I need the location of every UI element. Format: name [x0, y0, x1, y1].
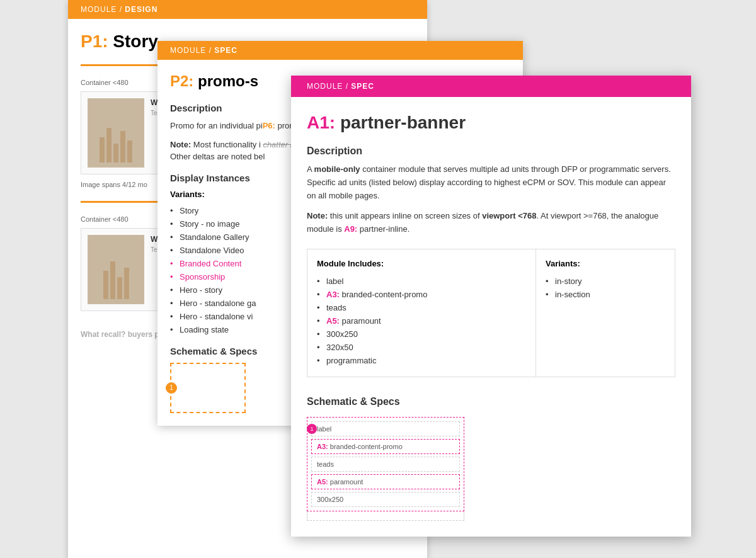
a1-variants-list: in-story in-section — [546, 275, 665, 301]
p1-module-label: MODULE / — [81, 5, 125, 14]
a1-includes-heading: Module Includes: — [317, 259, 526, 268]
includes-320x50: 320x50 — [317, 341, 526, 354]
a1-two-col: Module Includes: label A3: branded-conte… — [307, 249, 675, 377]
p2-module-label: MODULE / — [170, 46, 214, 55]
schematic-a5-prefix: A5: — [317, 478, 328, 486]
includes-a5: A5: paramount — [317, 314, 526, 327]
includes-300x250: 300x250 — [317, 327, 526, 341]
a1-title-prefix: A1: — [307, 113, 335, 132]
variant-in-story: in-story — [546, 275, 665, 288]
a1-title-text: partner-banner — [335, 113, 466, 132]
a1-note: Note: this unit appears inline on screen… — [307, 210, 675, 236]
p1-title-prefix: P1: — [81, 31, 108, 51]
panel-a1: MODULE / SPEC A1: partner-banner Descrip… — [291, 76, 691, 537]
a1-schematic-section: Schematic & Specs 1 label A3: branded-co… — [307, 390, 675, 521]
p1-title-text: Story — [108, 31, 158, 51]
schematic-row-a3: A3: branded-content-promo — [311, 439, 460, 454]
p2-title-text: promo-s — [193, 72, 258, 89]
schematic-row-300x250: 300x250 — [311, 492, 460, 507]
a1-desc-text: A mobile-only container module that serv… — [307, 163, 675, 202]
a1-title: A1: partner-banner — [307, 113, 675, 133]
p1-story-thumb-1 — [88, 98, 144, 168]
schematic-a3-prefix: A3: — [317, 443, 328, 450]
p1-module-header: MODULE / DESIGN — [68, 0, 427, 19]
schematic-row-teads: teads — [311, 457, 460, 472]
a1-schematic-diagram: 1 label A3: branded-content-promo teads … — [307, 417, 464, 521]
p2-schematic-dot: 1 — [166, 382, 177, 394]
a1-module-header: MODULE / SPEC — [291, 76, 691, 97]
p2-title-prefix: P2: — [170, 72, 193, 89]
schematic-continuation — [307, 511, 464, 521]
a1-module-label: MODULE / — [307, 82, 351, 91]
p2-note-normal: Most functionality i — [191, 140, 261, 149]
schematic-row-a5: A5: paramount — [311, 474, 460, 489]
includes-programmatic: programmatic — [317, 354, 526, 367]
p2-module-type: SPEC — [214, 46, 238, 55]
variant-in-section: in-section — [546, 288, 665, 301]
p2-module-header: MODULE / SPEC — [158, 41, 523, 60]
p1-module-type: DESIGN — [125, 5, 158, 14]
a1-variants-heading: Variants: — [546, 259, 665, 268]
includes-teads: teads — [317, 301, 526, 314]
a1-variants: Variants: in-story in-section — [536, 249, 675, 377]
includes-label: label — [317, 275, 526, 288]
a1-module-type: SPEC — [351, 82, 374, 91]
schematic-num-1: 1 — [307, 424, 317, 434]
schematic-row-label: 1 label — [311, 421, 460, 436]
p2-schematic-placeholder: 1 — [170, 363, 246, 413]
a1-desc-heading: Description — [307, 145, 675, 157]
a1-module-includes: Module Includes: label A3: branded-conte… — [307, 249, 536, 377]
a1-schematic-heading: Schematic & Specs — [307, 396, 675, 407]
a1-includes-list: label A3: branded-content-promo teads A5… — [317, 275, 526, 367]
includes-a3: A3: branded-content-promo — [317, 288, 526, 301]
p1-story-thumb-2 — [88, 235, 144, 304]
schematic-label-text: label — [317, 425, 331, 433]
